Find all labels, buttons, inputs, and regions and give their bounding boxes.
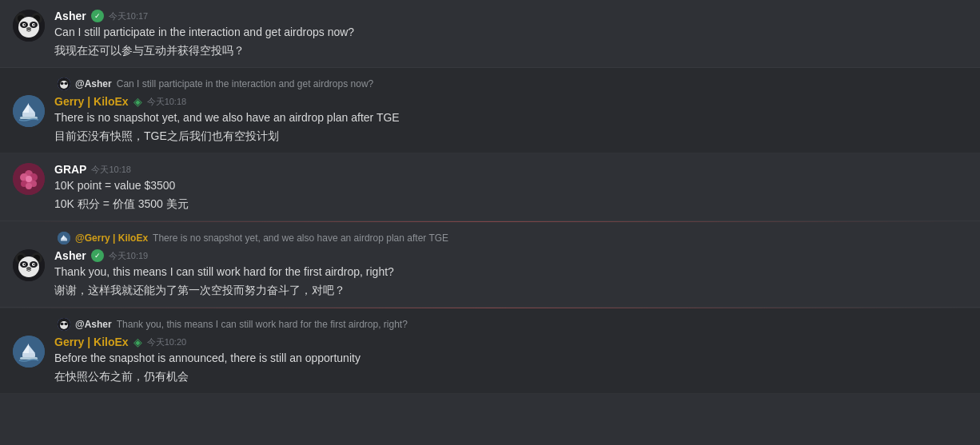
message-row-4: Asher ✓ 今天10:19 Thank you, this means I … xyxy=(13,249,967,299)
reply-avatar-2 xyxy=(58,77,70,90)
message-content-1: Asher ✓ 今天10:17 Can I still participate … xyxy=(54,10,967,59)
svg-point-18 xyxy=(65,82,68,85)
svg-point-54 xyxy=(61,323,64,326)
avatar-gerry-5 xyxy=(13,336,45,368)
reply-text-2: Can I still participate in the interacti… xyxy=(117,78,374,89)
message-text-1b: 我现在还可以参与互动并获得空投吗？ xyxy=(54,42,967,59)
message-content-5: Gerry | KiloEx ◈ 今天10:20 Before the snap… xyxy=(54,336,967,385)
svg-point-11 xyxy=(34,24,35,26)
message-group-1: Asher ✓ 今天10:17 Can I still participate … xyxy=(0,0,980,68)
message-header-3: GRAP 今天10:18 xyxy=(54,163,967,176)
svg-point-32 xyxy=(26,176,32,182)
verified-icon-1: ✓ xyxy=(91,10,104,22)
message-row-5: Gerry | KiloEx ◈ 今天10:20 Before the snap… xyxy=(13,336,967,385)
message-text-5a: Before the snapshot is announced, there … xyxy=(54,350,967,367)
message-group-3: GRAP 今天10:18 10K point = value $3500 10K… xyxy=(0,153,980,221)
reply-username-4: @Gerry | KiloEx xyxy=(75,232,148,244)
verified-icon-4: ✓ xyxy=(91,249,104,262)
svg-point-12 xyxy=(26,27,31,30)
reply-text-5: Thank you, this means I can still work h… xyxy=(117,319,408,330)
message-content-2: Gerry | KiloEx ◈ 今天10:18 There is no sna… xyxy=(54,95,967,145)
username-grap-3: GRAP xyxy=(54,163,86,176)
svg-point-17 xyxy=(61,82,64,85)
svg-point-10 xyxy=(24,24,26,26)
message-group-5: @Asher Thank you, this means I can still… xyxy=(0,308,980,394)
message-text-1a: Can I still participate in the interacti… xyxy=(54,24,967,41)
message-text-5b: 在快照公布之前，仍有机会 xyxy=(54,368,967,385)
reply-preview-4: @Gerry | KiloEx There is no snapshot yet… xyxy=(13,232,967,244)
reply-preview-5: @Asher Thank you, this means I can still… xyxy=(13,318,967,331)
svg-rect-34 xyxy=(61,239,67,241)
timestamp-2: 今天10:18 xyxy=(147,96,187,108)
svg-point-48 xyxy=(34,264,35,265)
message-row-2: Gerry | KiloEx ◈ 今天10:18 There is no sna… xyxy=(13,95,967,145)
timestamp-3: 今天10:18 xyxy=(91,164,131,176)
svg-point-49 xyxy=(26,267,31,270)
message-row-1: Asher ✓ 今天10:17 Can I still participate … xyxy=(13,10,967,59)
kiloex-icon-5: ◈ xyxy=(133,336,142,348)
kiloex-icon-2: ◈ xyxy=(133,95,142,108)
reply-avatar-4 xyxy=(58,232,70,244)
reply-text-4: There is no snapshot yet, and we also ha… xyxy=(153,232,448,244)
reply-username-5: @Asher xyxy=(75,319,112,330)
message-text-2a: There is no snapshot yet, and we also ha… xyxy=(54,109,967,126)
message-header-2: Gerry | KiloEx ◈ 今天10:18 xyxy=(54,95,967,108)
svg-point-55 xyxy=(65,323,68,326)
avatar-asher-4 xyxy=(13,249,45,281)
message-content-3: GRAP 今天10:18 10K point = value $3500 10K… xyxy=(54,163,967,213)
svg-point-47 xyxy=(24,264,26,265)
message-text-2b: 目前还没有快照，TGE之后我们也有空投计划 xyxy=(54,128,967,145)
message-header-5: Gerry | KiloEx ◈ 今天10:20 xyxy=(54,336,967,348)
message-text-3b: 10K 积分 = 价值 3500 美元 xyxy=(54,196,967,213)
username-asher-1: Asher xyxy=(54,10,86,22)
avatar-grap-3 xyxy=(13,163,45,195)
message-group-4: @Gerry | KiloEx There is no snapshot yet… xyxy=(0,222,980,308)
timestamp-1: 今天10:17 xyxy=(109,10,149,22)
message-row-3: GRAP 今天10:18 10K point = value $3500 10K… xyxy=(13,163,967,213)
message-group-2: @Asher Can I still participate in the in… xyxy=(0,68,980,153)
timestamp-5: 今天10:20 xyxy=(147,336,187,348)
username-gerry-5: Gerry | KiloEx xyxy=(54,336,129,348)
avatar-asher-1 xyxy=(13,10,45,42)
message-text-4b: 谢谢，这样我就还能为了第一次空投而努力奋斗了，对吧？ xyxy=(54,282,967,299)
chat-container: Asher ✓ 今天10:17 Can I still participate … xyxy=(0,0,980,394)
message-header-4: Asher ✓ 今天10:19 xyxy=(54,249,967,262)
username-gerry-2: Gerry | KiloEx xyxy=(54,95,129,108)
svg-point-31 xyxy=(26,183,32,189)
message-text-3a: 10K point = value $3500 xyxy=(54,177,967,194)
timestamp-4: 今天10:19 xyxy=(109,250,149,262)
reply-preview-2: @Asher Can I still participate in the in… xyxy=(13,77,967,90)
message-text-4a: Thank you, this means I can still work h… xyxy=(54,264,967,280)
reply-avatar-5 xyxy=(58,318,70,331)
username-asher-4: Asher xyxy=(54,249,86,262)
svg-rect-57 xyxy=(22,353,35,357)
reply-username-2: @Asher xyxy=(75,78,112,89)
svg-rect-20 xyxy=(22,113,35,117)
avatar-gerry-2 xyxy=(13,95,45,127)
message-content-4: Asher ✓ 今天10:19 Thank you, this means I … xyxy=(54,249,967,299)
message-header-1: Asher ✓ 今天10:17 xyxy=(54,10,967,22)
